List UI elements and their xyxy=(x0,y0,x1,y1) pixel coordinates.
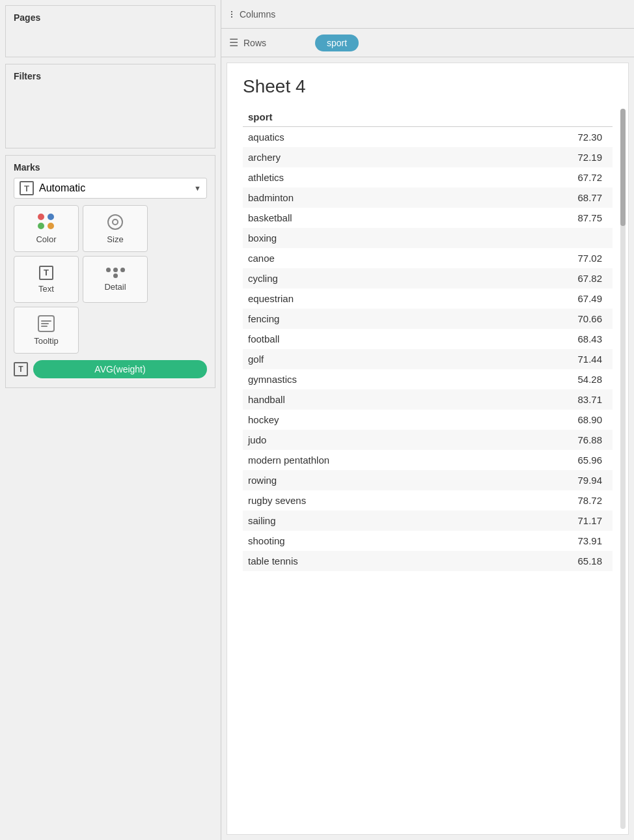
value-column-header xyxy=(500,107,613,127)
table-row: football68.43 xyxy=(243,329,613,349)
table-row: shooting73.91 xyxy=(243,531,613,551)
tooltip-button[interactable]: Tooltip xyxy=(14,307,79,354)
text-button[interactable]: T Text xyxy=(14,256,79,303)
columns-shelf-label: ⫶ Columns xyxy=(229,8,307,20)
marks-label: Marks xyxy=(14,162,207,173)
value-cell xyxy=(500,228,613,248)
scroll-thumb[interactable] xyxy=(620,109,626,226)
value-cell: 76.88 xyxy=(500,430,613,450)
value-cell: 73.91 xyxy=(500,531,613,551)
value-cell: 68.90 xyxy=(500,410,613,430)
table-row: basketball87.75 xyxy=(243,208,613,228)
sport-cell: rowing xyxy=(243,470,500,490)
sport-cell: judo xyxy=(243,430,500,450)
detail-icon xyxy=(106,268,125,278)
rows-sport-pill[interactable]: sport xyxy=(315,35,359,51)
columns-label-text: Columns xyxy=(240,9,275,20)
table-row: boxing xyxy=(243,228,613,248)
sport-cell: badminton xyxy=(243,188,500,208)
text-t-icon: T xyxy=(39,266,53,280)
sidebar: Pages Filters Marks T Automatic ▼ xyxy=(0,0,221,840)
value-cell: 70.66 xyxy=(500,309,613,329)
value-cell: 78.72 xyxy=(500,490,613,511)
sheet-content: Sheet 4 sport aquatics72.30archery72.19a… xyxy=(227,63,629,835)
table-row: equestrian67.49 xyxy=(243,288,613,309)
value-cell: 87.75 xyxy=(500,208,613,228)
sport-cell: canoe xyxy=(243,248,500,268)
table-row: badminton68.77 xyxy=(243,188,613,208)
dot-blue xyxy=(48,214,54,220)
marks-section: Marks T Automatic ▼ Color xyxy=(5,155,215,388)
value-cell: 72.30 xyxy=(500,127,613,148)
rows-shelf-label: ☰ Rows xyxy=(229,36,307,49)
table-row: golf71.44 xyxy=(243,349,613,369)
table-row: rowing79.94 xyxy=(243,470,613,490)
sport-cell: sailing xyxy=(243,511,500,531)
rows-shelf: ☰ Rows sport xyxy=(221,29,634,57)
pages-section: Pages xyxy=(5,5,215,57)
sport-cell: aquatics xyxy=(243,127,500,148)
pages-label: Pages xyxy=(14,12,207,23)
table-row: hockey68.90 xyxy=(243,410,613,430)
value-cell: 67.49 xyxy=(500,288,613,309)
sport-cell: handball xyxy=(243,389,500,410)
value-cell: 71.17 xyxy=(500,511,613,531)
table-row: fencing70.66 xyxy=(243,309,613,329)
sport-cell: archery xyxy=(243,147,500,167)
sport-cell: table tennis xyxy=(243,551,500,571)
detail-button[interactable]: Detail xyxy=(83,256,148,303)
size-button[interactable]: Size xyxy=(83,205,148,252)
table-row: table tennis65.18 xyxy=(243,551,613,571)
value-cell: 68.77 xyxy=(500,188,613,208)
table-row: modern pentathlon65.96 xyxy=(243,450,613,470)
sport-cell: modern pentathlon xyxy=(243,450,500,470)
value-cell: 77.02 xyxy=(500,248,613,268)
value-cell: 72.19 xyxy=(500,147,613,167)
sport-cell: cycling xyxy=(243,268,500,288)
filters-label: Filters xyxy=(14,71,207,81)
table-row: cycling67.82 xyxy=(243,268,613,288)
detail-label: Detail xyxy=(104,282,126,292)
text-label: Text xyxy=(38,284,54,294)
scroll-track[interactable] xyxy=(620,109,626,829)
table-row: rugby sevens78.72 xyxy=(243,490,613,511)
tooltip-icon xyxy=(38,315,55,332)
color-button[interactable]: Color xyxy=(14,205,79,252)
sport-cell: basketball xyxy=(243,208,500,228)
sport-column-header: sport xyxy=(243,107,500,127)
table-row: handball83.71 xyxy=(243,389,613,410)
value-cell: 65.96 xyxy=(500,450,613,470)
value-cell: 68.43 xyxy=(500,329,613,349)
value-cell: 71.44 xyxy=(500,349,613,369)
columns-icon: ⫶ xyxy=(229,8,234,20)
table-row: canoe77.02 xyxy=(243,248,613,268)
sport-cell: equestrian xyxy=(243,288,500,309)
marks-buttons-group: Color Size T Text xyxy=(14,205,207,354)
table-row: athletics67.72 xyxy=(243,167,613,188)
columns-shelf: ⫶ Columns xyxy=(221,0,634,29)
value-cell: 65.18 xyxy=(500,551,613,571)
sport-cell: gymnastics xyxy=(243,369,500,389)
value-cell: 67.72 xyxy=(500,167,613,188)
size-label: Size xyxy=(107,234,123,244)
avg-t-icon: T xyxy=(14,362,28,376)
value-cell: 79.94 xyxy=(500,470,613,490)
dot-green xyxy=(38,223,44,229)
filters-section: Filters xyxy=(5,64,215,148)
sport-cell: shooting xyxy=(243,531,500,551)
sport-cell: hockey xyxy=(243,410,500,430)
sport-cell: rugby sevens xyxy=(243,490,500,511)
table-row: judo76.88 xyxy=(243,430,613,450)
avg-weight-pill[interactable]: AVG(weight) xyxy=(33,360,207,378)
rows-icon: ☰ xyxy=(229,36,238,49)
dropdown-arrow-icon: ▼ xyxy=(194,184,201,192)
data-table: sport aquatics72.30archery72.19athletics… xyxy=(243,107,613,571)
value-cell: 83.71 xyxy=(500,389,613,410)
sport-cell: golf xyxy=(243,349,500,369)
marks-type-label: Automatic xyxy=(39,182,85,194)
dot-orange xyxy=(48,223,54,229)
avg-pill-container: T AVG(weight) xyxy=(14,360,207,378)
marks-type-dropdown[interactable]: T Automatic ▼ xyxy=(14,178,207,199)
value-cell: 67.82 xyxy=(500,268,613,288)
sheet-title: Sheet 4 xyxy=(243,76,613,97)
